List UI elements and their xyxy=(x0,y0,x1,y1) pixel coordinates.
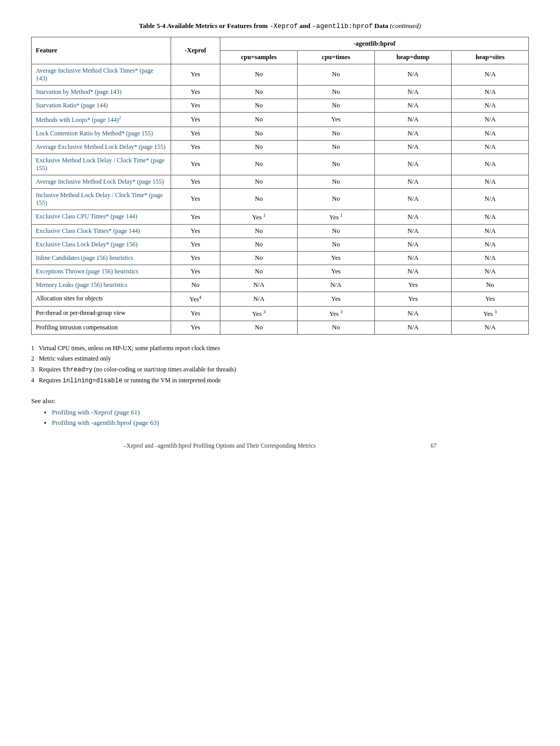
metrics-table: Feature -Xeprof -agentlib:hprof cpu=samp… xyxy=(31,37,529,335)
heap-sites-cell: N/A xyxy=(452,99,529,112)
table-row: Methods with Loops* (page 144)2YesNoYesN… xyxy=(32,112,529,127)
footer-page: 67 xyxy=(430,443,437,449)
cpu-times-cell: No xyxy=(298,127,375,140)
heap-dump-header: heap=dump xyxy=(374,50,452,64)
heap-dump-cell: N/A xyxy=(374,188,452,210)
heap-dump-cell: N/A xyxy=(374,99,452,112)
xeprof-cell: Yes xyxy=(171,99,220,112)
cpu-samples-cell: No xyxy=(220,238,298,251)
table-row: Average Exclusive Method Lock Delay* (pa… xyxy=(32,140,529,154)
see-also-link-2[interactable]: Profiling with -agentlib:hprof (page 63) xyxy=(52,419,159,426)
cpu-samples-cell: No xyxy=(220,321,298,334)
heap-sites-cell: N/A xyxy=(452,175,529,188)
feature-cell[interactable]: Lock Contention Ratio by Method* (page 1… xyxy=(32,127,171,140)
cpu-samples-cell: No xyxy=(220,265,298,278)
cpu-times-cell: No xyxy=(298,154,375,175)
cpu-samples-cell: No xyxy=(220,85,298,99)
table-row: Allocation sites for objectsYes4N/AYesYe… xyxy=(32,292,529,306)
feature-cell[interactable]: Average Exclusive Method Lock Delay* (pa… xyxy=(32,140,171,154)
cpu-samples-cell: No xyxy=(220,188,298,210)
heap-sites-cell: N/A xyxy=(452,210,529,224)
footnote-1: 1 Virtual CPU times, unless on HP-UX; so… xyxy=(31,343,529,353)
heap-dump-cell: N/A xyxy=(374,224,452,238)
heap-dump-cell: N/A xyxy=(374,251,452,265)
heap-dump-cell: N/A xyxy=(374,85,452,99)
table-row: Inline Candidates (page 156) heuristicsY… xyxy=(32,251,529,265)
xeprof-cell: Yes xyxy=(171,238,220,251)
table-row: Per-thread or per-thread-group viewYesYe… xyxy=(32,306,529,321)
xeprof-cell: Yes xyxy=(171,154,220,175)
cpu-samples-cell: No xyxy=(220,64,298,85)
feature-cell[interactable]: Average Inclusive Method Clock Times* (p… xyxy=(32,64,171,85)
cpu-samples-cell: No xyxy=(220,224,298,238)
feature-cell[interactable]: Exceptions Thrown (page 156) heuristics xyxy=(32,265,171,278)
xeprof-cell: Yes xyxy=(171,140,220,154)
heap-sites-cell: N/A xyxy=(452,265,529,278)
cpu-times-cell: Yes xyxy=(298,292,375,306)
cpu-times-cell: Yes xyxy=(298,251,375,265)
cpu-samples-cell: No xyxy=(220,112,298,127)
table-row: Inclusive Method Lock Delay / Clock Time… xyxy=(32,188,529,210)
table-row: Exclusive Class CPU Times* (page 144)Yes… xyxy=(32,210,529,224)
feature-cell[interactable]: Exclusive Class Lock Delay* (page 156) xyxy=(32,238,171,251)
feature-cell[interactable]: Memory Leaks (page 156) heuristics xyxy=(32,278,171,292)
feature-cell[interactable]: Average Inclusive Method Lock Delay* (pa… xyxy=(32,175,171,188)
xeprof-cell: Yes xyxy=(171,85,220,99)
cpu-times-cell: No xyxy=(298,321,375,334)
cpu-times-cell: N/A xyxy=(298,278,375,292)
heap-sites-cell: N/A xyxy=(452,154,529,175)
table-row: Exclusive Class Clock Times* (page 144)Y… xyxy=(32,224,529,238)
footnote-3: 3 Requires thread=y (no color-coding or … xyxy=(31,364,529,375)
heap-sites-header: heap=sites xyxy=(452,50,529,64)
feature-cell[interactable]: Inclusive Method Lock Delay / Clock Time… xyxy=(32,188,171,210)
xeprof-cell: Yes xyxy=(171,265,220,278)
feature-cell[interactable]: Exclusive Class CPU Times* (page 144) xyxy=(32,210,171,224)
cpu-samples-cell: N/A xyxy=(220,292,298,306)
feature-cell[interactable]: Exclusive Method Lock Delay / Clock Time… xyxy=(32,154,171,175)
heap-dump-cell: N/A xyxy=(374,112,452,127)
table-row: Memory Leaks (page 156) heuristicsNoN/AN… xyxy=(32,278,529,292)
cpu-samples-cell: No xyxy=(220,127,298,140)
cpu-times-cell: Yes xyxy=(298,112,375,127)
heap-dump-cell: N/A xyxy=(374,265,452,278)
feature-header: Feature xyxy=(32,37,171,64)
footnote-2: 2 Metric values estimated only xyxy=(31,353,529,364)
feature-cell[interactable]: Starvation by Method* (page 143) xyxy=(32,85,171,99)
cpu-times-cell: No xyxy=(298,188,375,210)
table-row: Exceptions Thrown (page 156) heuristicsY… xyxy=(32,265,529,278)
cpu-times-cell: Yes xyxy=(298,265,375,278)
cpu-samples-header: cpu=samples xyxy=(220,50,298,64)
feature-cell[interactable]: Methods with Loops* (page 144)2 xyxy=(32,112,171,127)
xeprof-cell: Yes xyxy=(171,224,220,238)
cpu-samples-cell: No xyxy=(220,154,298,175)
see-also-item-2[interactable]: Profiling with -agentlib:hprof (page 63) xyxy=(52,419,529,427)
cpu-times-cell: No xyxy=(298,175,375,188)
table-row: Starvation by Method* (page 143)YesNoNoN… xyxy=(32,85,529,99)
heap-dump-cell: N/A xyxy=(374,175,452,188)
heap-sites-cell: N/A xyxy=(452,224,529,238)
cpu-samples-cell: No xyxy=(220,140,298,154)
heap-sites-cell: No xyxy=(452,278,529,292)
cpu-samples-cell: No xyxy=(220,99,298,112)
see-also-section: See also: Profiling with -Xeprof (page 6… xyxy=(31,397,529,427)
see-also-link-1[interactable]: Profiling with -Xeprof (page 61) xyxy=(52,408,140,416)
feature-cell[interactable]: Starvation Ratio* (page 144) xyxy=(32,99,171,112)
see-also-item-1[interactable]: Profiling with -Xeprof (page 61) xyxy=(52,408,529,417)
cpu-times-cell: No xyxy=(298,85,375,99)
header-row-1: Feature -Xeprof -agentlib:hprof xyxy=(32,37,529,50)
feature-cell[interactable]: Exclusive Class Clock Times* (page 144) xyxy=(32,224,171,238)
heap-sites-cell: N/A xyxy=(452,251,529,265)
see-also-label: See also: xyxy=(31,397,529,405)
footer-text: –Xeprof and –agentlib:hprof Profiling Op… xyxy=(123,443,316,449)
footnote-4: 4 Requires inlining=disable or running t… xyxy=(31,375,529,386)
page-footer: –Xeprof and –agentlib:hprof Profiling Op… xyxy=(31,443,529,449)
table-row: Lock Contention Ratio by Method* (page 1… xyxy=(32,127,529,140)
heap-sites-cell: N/A xyxy=(452,64,529,85)
xeprof-cell: Yes xyxy=(171,321,220,334)
heap-sites-cell: N/A xyxy=(452,188,529,210)
xeprof-header: -Xeprof xyxy=(171,37,220,64)
xeprof-cell: Yes xyxy=(171,251,220,265)
feature-cell[interactable]: Inline Candidates (page 156) heuristics xyxy=(32,251,171,265)
table-title: Table 5-4 Available Metrics or Features … xyxy=(31,21,529,32)
heap-sites-cell: Yes xyxy=(452,292,529,306)
